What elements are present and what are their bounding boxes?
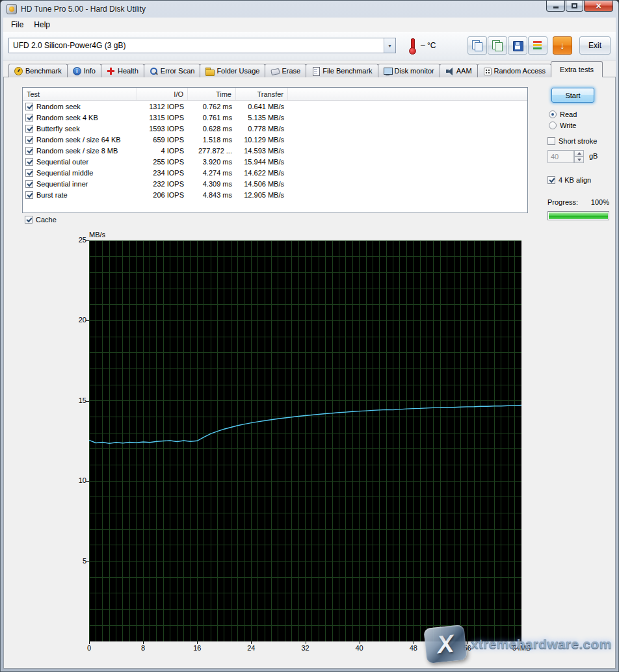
tab-disk-monitor[interactable]: Disk monitor <box>378 64 440 77</box>
row-checkbox[interactable] <box>25 158 33 166</box>
row-checkbox[interactable] <box>25 180 33 188</box>
device-selector[interactable]: UFD 2.0 Silicon-Power4G (3 gB) <box>8 38 396 53</box>
tab-benchmark[interactable]: Benchmark <box>8 64 68 77</box>
tab-label: Extra tests <box>560 66 594 73</box>
menu-file[interactable]: File <box>6 18 29 31</box>
tab-label: File Benchmark <box>323 67 372 75</box>
tab-health[interactable]: Health <box>101 64 144 77</box>
tab-erase[interactable]: Erase <box>265 64 306 77</box>
read-radio[interactable] <box>549 110 557 118</box>
row-checkbox[interactable] <box>25 136 33 144</box>
download-button[interactable] <box>553 36 572 55</box>
test-cell: Butterfly seek <box>23 125 137 133</box>
exit-button[interactable]: Exit <box>579 36 611 55</box>
tab-aam[interactable]: AAM <box>440 64 478 77</box>
transfer-value: 10.129 MB/s <box>236 136 288 144</box>
maximize-icon <box>572 3 577 8</box>
health-icon <box>107 67 115 75</box>
row-checkbox[interactable] <box>25 125 33 133</box>
table-row[interactable]: Random seek / size 8 MB4 IOPS277.872 ...… <box>23 145 527 156</box>
transfer-value: 15.944 MB/s <box>236 158 288 166</box>
write-label: Write <box>560 122 576 129</box>
info-icon <box>73 67 81 75</box>
save-button[interactable] <box>508 36 527 55</box>
x-tick-mark <box>251 641 252 644</box>
test-name: Random seek / size 8 MB <box>36 147 118 155</box>
tab-extra-tests[interactable]: Extra tests <box>551 61 603 77</box>
test-name: Burst rate <box>36 191 68 199</box>
size-input[interactable]: 40 <box>547 150 574 163</box>
dice-icon <box>483 67 492 75</box>
test-cell: Sequential outer <box>23 158 137 166</box>
title-bar[interactable]: HD Tune Pro 5.00 - Hard Disk Utility <box>1 1 618 18</box>
start-button[interactable]: Start <box>551 88 594 103</box>
column-header-transfer[interactable]: Transfer <box>236 88 288 100</box>
app-window: HD Tune Pro 5.00 - Hard Disk Utility Fil… <box>0 0 619 672</box>
progress-value: 100% <box>591 198 609 206</box>
spin-up-button[interactable] <box>574 150 584 157</box>
toolbar: UFD 2.0 Silicon-Power4G (3 gB) – °C Exit <box>3 32 616 60</box>
transfer-value: 0.778 MB/s <box>236 125 288 133</box>
tab-folder-usage[interactable]: Folder Usage <box>200 64 265 77</box>
menu-help[interactable]: Help <box>29 18 55 31</box>
column-header-test[interactable]: Test <box>23 88 137 100</box>
table-row[interactable]: Burst rate206 IOPS4.843 ms12.905 MB/s <box>23 189 527 200</box>
transfer-value: 5.135 MB/s <box>236 114 288 122</box>
align-option[interactable]: 4 KB align <box>547 176 591 184</box>
row-checkbox[interactable] <box>25 169 33 177</box>
progress-row: Progress: 100% <box>547 198 609 206</box>
io-value: 659 IOPS <box>137 136 188 144</box>
time-value: 1.518 ms <box>188 136 236 144</box>
extra-tests-page: TestI/OTimeTransfer Random seek1312 IOPS… <box>3 77 616 669</box>
io-value: 206 IOPS <box>137 191 188 199</box>
align-checkbox[interactable] <box>547 176 555 184</box>
write-radio[interactable] <box>549 122 557 129</box>
chart-plot-area <box>89 240 521 641</box>
close-button[interactable] <box>584 1 613 12</box>
cache-checkbox[interactable] <box>25 216 33 224</box>
copy-pages-button[interactable] <box>488 36 507 55</box>
write-option[interactable]: Write <box>549 122 576 129</box>
time-value: 4.309 ms <box>188 180 236 188</box>
short-stroke-checkbox[interactable] <box>547 137 555 145</box>
minimize-button[interactable] <box>546 1 565 12</box>
io-value: 255 IOPS <box>137 158 188 166</box>
chevron-down-icon[interactable] <box>384 38 395 53</box>
disk-monitor-icon <box>384 67 392 75</box>
table-row[interactable]: Random seek 4 KB1315 IOPS0.761 ms5.135 M… <box>23 112 527 123</box>
row-checkbox[interactable] <box>25 103 33 110</box>
test-cell: Random seek <box>23 103 137 110</box>
row-checkbox[interactable] <box>25 191 33 199</box>
read-option[interactable]: Read <box>549 110 577 118</box>
short-stroke-label: Short stroke <box>559 137 597 145</box>
y-tick-mark <box>86 240 89 241</box>
table-row[interactable]: Butterfly seek1593 IOPS0.628 ms0.778 MB/… <box>23 123 527 134</box>
tab-error-scan[interactable]: Error Scan <box>144 64 201 77</box>
column-header-time[interactable]: Time <box>188 88 236 100</box>
test-cell: Sequential middle <box>23 169 137 177</box>
copy-button[interactable] <box>468 36 487 55</box>
results-table: TestI/OTimeTransfer Random seek1312 IOPS… <box>22 87 528 213</box>
export-button[interactable] <box>528 36 547 55</box>
spin-down-button[interactable] <box>574 157 584 163</box>
cache-option[interactable]: Cache <box>25 216 57 224</box>
y-tick-label: 25 <box>70 236 86 244</box>
row-checkbox[interactable] <box>25 147 33 155</box>
row-checkbox[interactable] <box>25 114 33 122</box>
maximize-button[interactable] <box>566 1 583 12</box>
tab-file-benchmark[interactable]: File Benchmark <box>306 64 378 77</box>
io-value: 234 IOPS <box>137 169 188 177</box>
table-row[interactable]: Sequential outer255 IOPS3.920 ms15.944 M… <box>23 156 527 167</box>
transfer-value: 14.593 MB/s <box>236 147 288 155</box>
tab-info[interactable]: Info <box>67 64 101 77</box>
short-stroke-option[interactable]: Short stroke <box>547 137 597 145</box>
x-tick-label: 48 <box>399 644 428 652</box>
column-header-i-o[interactable]: I/O <box>137 88 188 100</box>
table-row[interactable]: Sequential middle234 IOPS4.274 ms14.622 … <box>23 167 527 178</box>
size-stepper <box>574 150 584 163</box>
table-row[interactable]: Sequential inner232 IOPS4.309 ms14.506 M… <box>23 178 527 189</box>
tab-label: Folder Usage <box>217 67 259 75</box>
table-row[interactable]: Random seek1312 IOPS0.762 ms0.641 MB/s <box>23 101 527 112</box>
tab-random-access[interactable]: Random Access <box>477 64 551 77</box>
table-row[interactable]: Random seek / size 64 KB659 IOPS1.518 ms… <box>23 134 527 145</box>
